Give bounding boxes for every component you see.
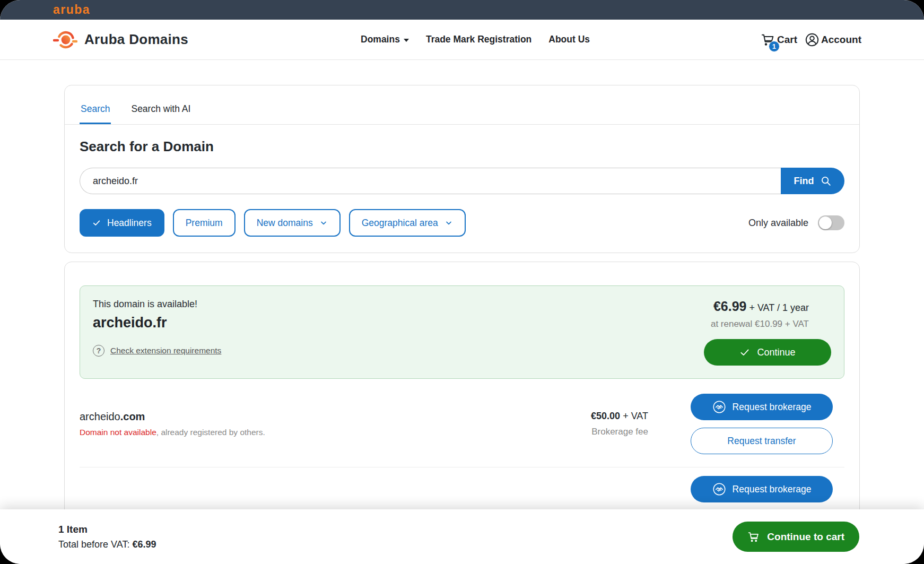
continue-button[interactable]: Continue (704, 339, 831, 366)
only-available-label: Only available (748, 218, 808, 229)
nav-about[interactable]: About Us (548, 34, 590, 45)
row-divider (80, 467, 844, 467)
corporate-topbar: aruba (0, 0, 924, 20)
filter-new-domains-label: New domains (257, 218, 313, 229)
request-transfer-label: Request transfer (727, 436, 796, 447)
nav-domains-label: Domains (361, 34, 400, 45)
search-card: Search Search with AI Search for a Domai… (64, 85, 860, 253)
check-icon (739, 347, 750, 358)
find-button-label: Find (794, 176, 814, 187)
brokerage-price: €50.00 + VAT (526, 411, 648, 422)
request-brokerage-label: Request brokerage (733, 484, 812, 495)
row-info: archeido.com Domain not available, alrea… (80, 411, 526, 437)
tab-search-with-ai[interactable]: Search with AI (130, 99, 191, 124)
cart-summary-text: 1 Item Total before VAT: €6.99 (58, 524, 156, 550)
question-circle-icon (93, 345, 104, 357)
cart-link[interactable]: 1 Cart (761, 32, 797, 47)
site-title: Aruba Domains (84, 31, 188, 48)
cart-items-count: 1 Item (58, 524, 156, 535)
continue-to-cart-button[interactable]: Continue to cart (733, 522, 859, 552)
only-available-toggle[interactable] (818, 215, 844, 230)
only-available-control: Only available (748, 215, 844, 230)
brokerage-price-suffix: + VAT (620, 411, 648, 421)
app-window: aruba Aruba Domains (0, 0, 924, 564)
request-brokerage-button[interactable]: Request brokerage (691, 394, 833, 420)
request-brokerage-label: Request brokerage (733, 402, 812, 413)
site-header: Aruba Domains Domains Trade Mark Registr… (0, 20, 924, 60)
brokerage-handshake-icon (712, 482, 726, 496)
nav-trademark[interactable]: Trade Mark Registration (426, 34, 531, 45)
request-brokerage-button[interactable]: Request brokerage (691, 476, 833, 502)
search-icon (820, 175, 832, 187)
registered-by-others-text: , already registered by others. (156, 428, 265, 437)
available-domain-name: archeido.fr (93, 315, 221, 331)
domain-price: €6.99 + VAT / 1 year (713, 299, 809, 314)
account-icon (805, 32, 820, 47)
row-availability-status: Domain not available, already registered… (80, 428, 526, 437)
cart-total-label: Total before VAT: (58, 539, 132, 550)
filter-premium-label: Premium (186, 218, 223, 229)
result-row-next-partial: Request brokerage (80, 476, 844, 502)
not-available-text: Domain not available (80, 428, 156, 437)
availability-status: This domain is available! (93, 299, 221, 310)
filter-premium[interactable]: Premium (173, 209, 236, 237)
account-link[interactable]: Account (805, 32, 861, 47)
filter-geo-label: Geographical area (362, 218, 438, 229)
brokerage-handshake-icon (712, 400, 726, 414)
domain-search-input[interactable] (80, 168, 781, 194)
result-row-archeido-com: archeido.com Domain not available, alrea… (80, 394, 844, 454)
cart-total: Total before VAT: €6.99 (58, 539, 156, 550)
search-tabs: Search Search with AI (65, 99, 859, 125)
aruba-domains-logo-icon (53, 29, 77, 51)
toggle-knob (819, 216, 832, 229)
available-domain-banner: This domain is available! archeido.fr Ch… (80, 285, 844, 379)
domain-tld: .com (120, 411, 145, 422)
find-button[interactable]: Find (781, 168, 844, 194)
banner-right: €6.99 + VAT / 1 year at renewal €10.99 +… (704, 299, 831, 366)
renewal-price: at renewal €10.99 + VAT (711, 319, 809, 329)
cart-badge: 1 (769, 41, 780, 52)
filter-geographical-area[interactable]: Geographical area (349, 209, 466, 237)
search-form: Find (80, 168, 844, 194)
main-content: Search Search with AI Search for a Domai… (64, 85, 860, 564)
main-nav: Domains Trade Mark Registration About Us (361, 20, 590, 59)
filter-headliners[interactable]: Headliners (80, 209, 164, 237)
nav-trademark-label: Trade Mark Registration (426, 34, 531, 45)
continue-button-label: Continue (757, 347, 795, 358)
check-icon (92, 219, 101, 227)
cart-total-value: €6.99 (132, 539, 156, 550)
tab-search[interactable]: Search (80, 99, 111, 124)
cart-label: Cart (777, 34, 797, 46)
search-heading: Search for a Domain (80, 138, 844, 155)
chevron-down-icon (404, 39, 409, 42)
row-price-block: €50.00 + VAT Brokerage fee (526, 411, 648, 437)
brokerage-price-value: €50.00 (591, 411, 620, 421)
request-transfer-button[interactable]: Request transfer (691, 428, 833, 454)
chevron-down-icon (444, 219, 453, 227)
chevron-down-icon (319, 219, 328, 227)
row-domain-name: archeido.com (80, 411, 526, 423)
nav-about-label: About Us (548, 34, 590, 45)
continue-to-cart-label: Continue to cart (767, 531, 844, 543)
brokerage-fee-label: Brokerage fee (526, 427, 648, 437)
row-actions: Request brokerage Request transfer (691, 394, 833, 454)
header-actions: 1 Cart Account (761, 20, 861, 59)
filters-row: Headliners Premium New domains Geographi… (80, 209, 844, 237)
aruba-domains-logo[interactable]: Aruba Domains (53, 29, 188, 51)
check-requirements-link[interactable]: Check extension requirements (110, 346, 221, 355)
nav-domains[interactable]: Domains (361, 34, 409, 45)
price-value: €6.99 (713, 299, 747, 314)
aruba-wordmark[interactable]: aruba (53, 3, 90, 17)
account-label: Account (821, 34, 861, 46)
cart-summary-bar: 1 Item Total before VAT: €6.99 Continue … (0, 509, 924, 564)
filter-new-domains[interactable]: New domains (244, 209, 341, 237)
domain-base: archeido (80, 411, 120, 422)
filter-headliners-label: Headliners (107, 218, 152, 229)
cart-icon (747, 531, 760, 543)
requirements-link-row: Check extension requirements (93, 345, 221, 357)
banner-left: This domain is available! archeido.fr Ch… (93, 299, 221, 366)
price-suffix: + VAT / 1 year (746, 302, 809, 313)
